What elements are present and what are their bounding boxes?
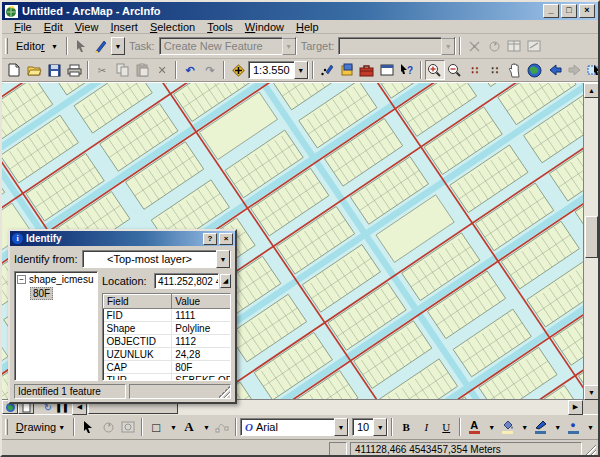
dialog-close-button[interactable]: ×: [219, 233, 233, 245]
command-line-button[interactable]: [377, 60, 397, 80]
column-header-value[interactable]: Value: [172, 295, 231, 309]
add-data-button[interactable]: [228, 60, 248, 80]
pan-button[interactable]: [505, 60, 525, 80]
go-forward-extent-button[interactable]: [565, 60, 585, 80]
open-button[interactable]: [24, 60, 44, 80]
menu-help[interactable]: Help: [290, 21, 325, 33]
font-color-dropdown[interactable]: ▼: [484, 417, 497, 437]
rotate-tool-button[interactable]: [484, 36, 504, 56]
copy-button[interactable]: [112, 60, 132, 80]
scroll-up-button[interactable]: ▲: [584, 83, 599, 98]
editor-menu-button[interactable]: Editor ▼: [11, 36, 63, 56]
italic-button[interactable]: I: [416, 417, 436, 437]
menu-selection[interactable]: Selection: [144, 21, 201, 33]
scroll-down-button[interactable]: ▼: [584, 385, 599, 400]
table-row[interactable]: TURSEBEKE ORTA BASINC: [104, 374, 232, 382]
column-header-field[interactable]: Field: [104, 295, 172, 309]
save-button[interactable]: [44, 60, 64, 80]
target-combo[interactable]: ▼: [338, 37, 456, 55]
underline-button[interactable]: U: [436, 417, 456, 437]
edit-vertices-button[interactable]: [212, 417, 232, 437]
delete-button[interactable]: ✕: [152, 60, 172, 80]
undo-button[interactable]: ↶: [180, 60, 200, 80]
bold-button[interactable]: B: [396, 417, 416, 437]
whats-this-button[interactable]: ?: [397, 60, 417, 80]
close-button[interactable]: ×: [579, 4, 595, 18]
identify-dialog-titlebar[interactable]: i Identify ? ×: [10, 231, 235, 246]
editor-toolbar-toggle-button[interactable]: [317, 60, 337, 80]
font-combo-arrow[interactable]: ▼: [334, 418, 348, 436]
fill-color-button[interactable]: [497, 417, 517, 437]
toolbar-grip[interactable]: [5, 38, 8, 55]
location-units-button[interactable]: ◢: [220, 274, 231, 288]
table-row[interactable]: CAP80F: [104, 361, 232, 374]
dialog-resize-grip[interactable]: [218, 386, 230, 398]
edit-tool-arrow-button[interactable]: [71, 36, 91, 56]
table-row[interactable]: OBJECTID1112: [104, 335, 232, 348]
line-color-button[interactable]: [530, 417, 550, 437]
new-map-button[interactable]: [4, 60, 24, 80]
table-row[interactable]: UZUNLUK24,28: [104, 348, 232, 361]
font-color-button[interactable]: A: [464, 417, 484, 437]
scroll-right-button[interactable]: ▶: [568, 400, 583, 415]
vertical-scroll-thumb[interactable]: [585, 216, 598, 258]
fixed-zoom-out-button[interactable]: ∷: [485, 60, 505, 80]
target-combo-arrow[interactable]: ▼: [441, 37, 455, 55]
rotate-element-button[interactable]: [98, 417, 118, 437]
zoom-in-button[interactable]: [425, 60, 445, 80]
font-combo[interactable]: OArial ▼: [240, 418, 349, 436]
text-tool-dropdown[interactable]: ▼: [199, 417, 212, 437]
marker-color-button[interactable]: ●: [563, 417, 583, 437]
split-tool-button[interactable]: [464, 36, 484, 56]
location-value-box[interactable]: 411.252,802 4.544: [154, 273, 219, 289]
task-combo-arrow[interactable]: ▼: [282, 37, 296, 55]
zoom-to-selected-button[interactable]: [118, 417, 138, 437]
menu-window[interactable]: Window: [239, 21, 290, 33]
sketch-properties-button[interactable]: [524, 36, 544, 56]
scale-combo[interactable]: 1:3.550 ▼: [248, 61, 309, 79]
arccatalog-button[interactable]: [337, 60, 357, 80]
vertical-scrollbar[interactable]: ▲ ▼: [583, 83, 598, 400]
select-elements-button[interactable]: [78, 417, 98, 437]
menu-file[interactable]: File: [8, 21, 38, 33]
select-features-button[interactable]: [585, 60, 600, 80]
shape-tool-dropdown[interactable]: ▼: [166, 417, 179, 437]
dialog-help-button[interactable]: ?: [203, 233, 217, 245]
sketch-tool-dropdown[interactable]: ▼: [111, 37, 125, 55]
print-button[interactable]: [64, 60, 84, 80]
fixed-zoom-in-button[interactable]: ∷: [465, 60, 485, 80]
font-size-combo-arrow[interactable]: ▼: [373, 418, 387, 436]
sketch-tool-button[interactable]: [91, 36, 111, 56]
cut-button[interactable]: ✂: [92, 60, 112, 80]
toolbar-grip[interactable]: [5, 419, 8, 436]
maximize-button[interactable]: □: [561, 4, 577, 18]
fill-color-dropdown[interactable]: ▼: [517, 417, 530, 437]
identify-results-tree[interactable]: − shape_icmesu 80F: [14, 271, 98, 381]
go-back-extent-button[interactable]: [545, 60, 565, 80]
line-color-dropdown[interactable]: ▼: [550, 417, 563, 437]
redo-button[interactable]: ↷: [200, 60, 220, 80]
task-combo[interactable]: Create New Feature ▼: [159, 37, 297, 55]
menu-tools[interactable]: Tools: [201, 21, 239, 33]
scale-combo-arrow[interactable]: ▼: [294, 61, 308, 79]
drawing-menu-button[interactable]: Drawing ▼: [11, 417, 70, 437]
identify-from-combo[interactable]: <Top-most layer> ▼: [82, 250, 231, 268]
tree-root-node[interactable]: − shape_icmesu: [16, 274, 96, 285]
marker-color-dropdown[interactable]: ▼: [583, 417, 596, 437]
tree-collapse-icon[interactable]: −: [17, 275, 26, 284]
text-tool-button[interactable]: A: [179, 417, 199, 437]
identify-from-combo-arrow[interactable]: ▼: [216, 250, 230, 268]
tree-child-node[interactable]: 80F: [30, 287, 96, 300]
paste-button[interactable]: [132, 60, 152, 80]
attributes-button[interactable]: [504, 36, 524, 56]
table-row[interactable]: ShapePolyline: [104, 322, 232, 335]
menu-view[interactable]: View: [69, 21, 105, 33]
zoom-out-button[interactable]: [445, 60, 465, 80]
menu-insert[interactable]: Insert: [104, 21, 144, 33]
font-size-combo[interactable]: 10 ▼: [352, 418, 388, 436]
minimize-button[interactable]: _: [543, 4, 559, 18]
shape-tool-button[interactable]: □: [146, 417, 166, 437]
full-extent-button[interactable]: [525, 60, 545, 80]
window-resize-grip[interactable]: [584, 444, 596, 456]
arctoolbox-button[interactable]: [357, 60, 377, 80]
